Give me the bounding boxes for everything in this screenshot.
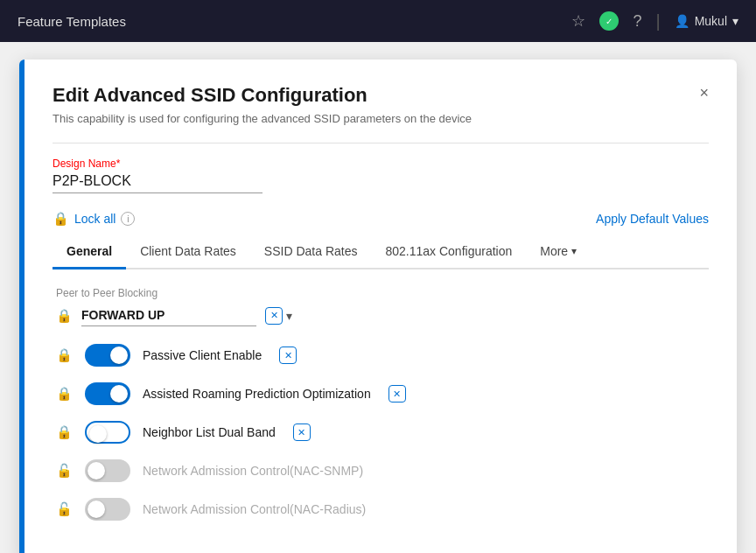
- toggle-label-nac-radius: Network Admission Control(NAC-Radius): [143, 502, 366, 516]
- toggle-row-nac-radius: 🔓Network Admission Control(NAC-Radius): [56, 498, 705, 521]
- peer-blocking-icons: ✕ ▾: [265, 307, 292, 325]
- user-name: Mukul: [695, 14, 727, 28]
- peer-blocking-select[interactable]: FORWARD UP DISABLE DROP: [81, 304, 256, 326]
- peer-blocking-clear-icon[interactable]: ✕: [265, 307, 283, 325]
- peer-blocking-lock-icon: 🔒: [56, 308, 73, 324]
- toggle-clear-icon-neighbor-list[interactable]: ✕: [293, 424, 311, 441]
- peer-blocking-label: Peer to Peer Blocking: [56, 287, 705, 299]
- modal-overlay: Edit Advanced SSID Configuration × This …: [0, 42, 756, 553]
- modal-title: Edit Advanced SSID Configuration: [52, 84, 368, 107]
- design-name-field: Design Name*: [52, 158, 709, 193]
- tab-client-data-rates[interactable]: Client Data Rates: [126, 235, 250, 270]
- toggle-label-assisted-roaming: Assisted Roaming Prediction Optimization: [143, 387, 371, 401]
- peer-blocking-row: 🔒 FORWARD UP DISABLE DROP ✕ ▾: [56, 304, 705, 326]
- toggle-slider-neighbor-list: [85, 421, 130, 444]
- toggle-switch-assisted-roaming[interactable]: [85, 382, 130, 405]
- lock-row: 🔒 Lock all i Apply Default Values: [52, 211, 709, 227]
- design-name-label: Design Name*: [52, 158, 709, 170]
- toggle-lock-icon-neighbor-list: 🔒: [56, 424, 73, 440]
- toggle-switch-nac-radius[interactable]: [85, 498, 130, 521]
- tab-general[interactable]: General: [52, 235, 126, 270]
- lock-all-label: Lock all: [74, 212, 116, 226]
- toggle-knob-assisted-roaming: [110, 385, 128, 402]
- top-nav: Feature Templates ☆ ✓ ? | 👤 Mukul ▾: [0, 0, 756, 42]
- lock-all-control[interactable]: 🔒 Lock all i: [52, 211, 135, 227]
- toggle-switch-neighbor-list[interactable]: [85, 421, 130, 444]
- nav-separator: |: [655, 11, 660, 32]
- toggle-slider-nac-snmp: [85, 459, 130, 482]
- toggle-knob-nac-snmp: [88, 462, 105, 480]
- toggle-row-nac-snmp: 🔓Network Admission Control(NAC-SNMP): [56, 459, 705, 482]
- toggles-container: 🔒Passive Client Enable✕🔒Assisted Roaming…: [56, 344, 705, 521]
- user-icon: 👤: [675, 14, 690, 28]
- apply-default-button[interactable]: Apply Default Values: [596, 212, 709, 226]
- modal-content: Edit Advanced SSID Configuration × This …: [24, 60, 737, 553]
- toggle-lock-icon-nac-radius: 🔓: [56, 501, 73, 517]
- tab-ssid-data-rates[interactable]: SSID Data Rates: [250, 235, 372, 270]
- toggle-lock-icon-assisted-roaming: 🔒: [56, 386, 73, 402]
- toggle-row-assisted-roaming: 🔒Assisted Roaming Prediction Optimizatio…: [56, 382, 705, 405]
- toggle-slider-assisted-roaming: [85, 382, 130, 405]
- toggle-clear-icon-passive-client[interactable]: ✕: [279, 346, 297, 364]
- toggle-knob-neighbor-list: [89, 425, 107, 443]
- toggle-row-neighbor-list: 🔒Neighbor List Dual Band✕: [56, 421, 705, 444]
- toggle-lock-icon-passive-client: 🔒: [56, 347, 73, 363]
- toggle-knob-passive-client: [110, 346, 128, 364]
- help-icon[interactable]: ?: [633, 12, 641, 31]
- toggle-label-passive-client: Passive Client Enable: [143, 348, 262, 362]
- nav-right: ☆ ✓ ? | 👤 Mukul ▾: [571, 11, 738, 32]
- toggle-lock-icon-nac-snmp: 🔓: [56, 463, 73, 479]
- close-button[interactable]: ×: [699, 84, 709, 102]
- modal: Edit Advanced SSID Configuration × This …: [19, 60, 737, 553]
- star-icon[interactable]: ☆: [571, 11, 585, 31]
- info-icon[interactable]: i: [121, 212, 135, 226]
- toggle-knob-nac-radius: [88, 500, 105, 518]
- tabs: GeneralClient Data RatesSSID Data Rates8…: [52, 235, 709, 270]
- user-chevron: ▾: [732, 14, 738, 28]
- tab-80211ax[interactable]: 802.11ax Configuration: [371, 235, 526, 270]
- toggle-switch-nac-snmp[interactable]: [85, 459, 130, 482]
- tab-more[interactable]: More ▾: [526, 235, 591, 270]
- toggle-label-nac-snmp: Network Admission Control(NAC-SNMP): [143, 464, 363, 478]
- divider-1: [52, 143, 709, 144]
- lock-icon: 🔒: [52, 211, 69, 227]
- toggle-slider-nac-radius: [85, 498, 130, 521]
- toggle-slider-passive-client: [85, 344, 130, 367]
- more-chevron-icon: ▾: [571, 245, 577, 257]
- status-dot: ✓: [599, 11, 619, 31]
- toggle-label-neighbor-list: Neighbor List Dual Band: [143, 425, 276, 439]
- user-menu[interactable]: 👤 Mukul ▾: [675, 14, 738, 28]
- content-area: Peer to Peer Blocking 🔒 FORWARD UP DISAB…: [52, 287, 709, 521]
- modal-subtitle: This capability is used for configuring …: [52, 112, 709, 125]
- toggle-switch-passive-client[interactable]: [85, 344, 130, 367]
- toggle-clear-icon-assisted-roaming[interactable]: ✕: [388, 385, 406, 402]
- modal-header: Edit Advanced SSID Configuration ×: [52, 84, 709, 107]
- nav-title: Feature Templates: [18, 14, 126, 29]
- peer-blocking-chevron-icon[interactable]: ▾: [286, 309, 292, 323]
- design-name-input[interactable]: [52, 173, 262, 193]
- toggle-row-passive-client: 🔒Passive Client Enable✕: [56, 344, 705, 367]
